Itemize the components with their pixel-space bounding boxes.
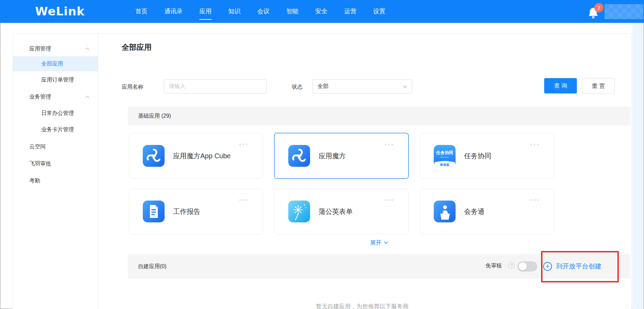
sidebar-item-business-management[interactable]: 业务管理 — [13, 88, 98, 105]
status-select[interactable]: 全部 — [312, 79, 412, 93]
search-button[interactable]: 查 询 — [544, 78, 577, 93]
welink-logo: WeLink — [35, 4, 85, 18]
expand-label: 展开 — [370, 239, 382, 247]
sidebar-item-label: 应用管理 — [29, 45, 51, 53]
chevron-up-icon — [85, 47, 90, 50]
top-navbar: WeLink 首页 通讯录 应用 知识 会议 智能 安全 运营 设置 2 — [0, 0, 644, 23]
meeting-service-icon — [434, 201, 456, 222]
chevron-up-icon — [85, 95, 90, 98]
app-name-input[interactable] — [164, 79, 266, 93]
sidebar-item-label: 业务卡片管理 — [41, 126, 74, 133]
app-card-appcube-selected[interactable]: 应用魔方 — [274, 133, 409, 179]
card-menu-icon[interactable] — [239, 199, 248, 201]
sidebar-item-label: 日常办公管理 — [41, 110, 74, 117]
app-card-work-report[interactable]: 工作报告 — [129, 189, 263, 234]
svg-text:标准版: 标准版 — [440, 163, 450, 166]
reset-button[interactable]: 重 置 — [582, 78, 615, 93]
card-menu-icon[interactable] — [530, 144, 539, 145]
no-audit-toggle[interactable] — [518, 261, 537, 271]
sidebar-item-app-orders[interactable]: 应用订单管理 — [13, 71, 98, 88]
no-audit-label: 免审核 — [486, 262, 502, 269]
sidebar-item-app-management[interactable]: 应用管理 — [13, 41, 98, 56]
app-card-dandelion-form[interactable]: 蒲公英表单 — [274, 189, 409, 234]
sidebar: 应用管理 全部应用 应用订单管理 业务管理 日常办公管理 业务卡片管理 云空间 — [13, 34, 98, 309]
sidebar-item-all-apps[interactable]: 全部应用 — [13, 56, 98, 71]
sidebar-item-label: 业务管理 — [29, 93, 51, 101]
svg-text:Wetask: Wetask — [441, 156, 449, 158]
main-nav: 首页 通讯录 应用 知识 会议 智能 安全 运营 设置 — [135, 0, 385, 23]
page-title: 全部应用 — [122, 42, 152, 53]
custom-apps-section-header: 自建应用(0) — [128, 254, 630, 279]
sidebar-item-label: 云空间 — [29, 143, 46, 150]
sidebar-item-label: 考勤 — [29, 177, 40, 185]
chevron-down-icon — [384, 241, 388, 244]
svg-text:任务协同: 任务协同 — [436, 150, 453, 155]
nav-meetings[interactable]: 会议 — [257, 0, 270, 23]
sidebar-item-label: 应用订单管理 — [41, 76, 74, 84]
welink-admin-page: WeLink 首页 通讯录 应用 知识 会议 智能 安全 运营 设置 2 — [0, 0, 644, 309]
sidebar-item-label: 全部应用 — [41, 60, 63, 68]
empty-hint-text: 暂无自建应用，为您推荐以下服务商 — [316, 302, 452, 309]
app-name-label: 应用名称 — [122, 84, 143, 91]
sidebar-item-daily-office[interactable]: 日常办公管理 — [13, 105, 98, 121]
app-card-wetask[interactable]: 任务协同 Wetask 标准版 任务协同 — [420, 133, 554, 179]
app-name: 工作报告 — [173, 207, 200, 217]
sidebar-item-cloud-space[interactable]: 云空间 — [13, 138, 98, 155]
app-name: 应用魔方App Cube — [173, 151, 231, 161]
expand-link[interactable]: 展开 — [370, 239, 388, 247]
notification-count-badge: 2 — [594, 3, 603, 12]
custom-apps-title: 自建应用(0) — [138, 263, 167, 270]
open-platform-create-link[interactable]: 到开放平台创建 — [556, 262, 601, 271]
sidebar-item-attendance[interactable]: 考勤 — [13, 172, 98, 189]
work-report-icon — [143, 201, 165, 222]
card-menu-icon[interactable] — [239, 144, 248, 145]
card-menu-icon[interactable] — [385, 144, 393, 145]
help-icon[interactable]: ? — [508, 262, 515, 269]
nav-home[interactable]: 首页 — [135, 0, 148, 23]
sidebar-item-label: 飞羽审批 — [29, 160, 51, 167]
nav-contacts[interactable]: 通讯录 — [164, 0, 183, 23]
chevron-down-icon — [403, 85, 407, 88]
wetask-icon: 任务协同 Wetask 标准版 — [434, 145, 456, 167]
user-name-blurred[interactable] — [604, 4, 643, 19]
app-card-meeting-service[interactable]: 会务通 — [420, 189, 554, 234]
app-name: 应用魔方 — [319, 151, 346, 161]
nav-security[interactable]: 安全 — [315, 0, 327, 23]
app-name: 蒲公英表单 — [319, 207, 353, 217]
basic-apps-section-header: 基础应用 (29) — [128, 107, 630, 126]
app-card-appcube[interactable]: 应用魔方App Cube — [129, 133, 263, 179]
dandelion-icon — [288, 201, 310, 222]
appcube-icon — [143, 145, 165, 167]
app-name: 会务通 — [464, 207, 485, 217]
expand-row: 展开 — [128, 239, 630, 247]
sidebar-item-business-cards[interactable]: 业务卡片管理 — [13, 121, 98, 138]
status-label: 状态 — [292, 84, 303, 91]
app-name: 任务协同 — [464, 151, 491, 161]
plus-icon[interactable]: + — [543, 262, 552, 271]
status-select-value: 全部 — [318, 83, 328, 89]
nav-settings[interactable]: 设置 — [373, 0, 385, 23]
appcube-icon — [288, 145, 310, 167]
basic-apps-title: 基础应用 (29) — [138, 113, 171, 120]
scrollbar[interactable] — [632, 23, 643, 309]
sidebar-item-feiyu-approval[interactable]: 飞羽审批 — [13, 155, 98, 172]
nav-apps[interactable]: 应用 — [199, 0, 212, 23]
card-menu-icon[interactable] — [385, 199, 393, 201]
nav-knowledge[interactable]: 知识 — [228, 0, 241, 23]
card-menu-icon[interactable] — [530, 199, 539, 201]
nav-operations[interactable]: 运营 — [344, 0, 356, 23]
nav-intelligence[interactable]: 智能 — [286, 0, 298, 23]
